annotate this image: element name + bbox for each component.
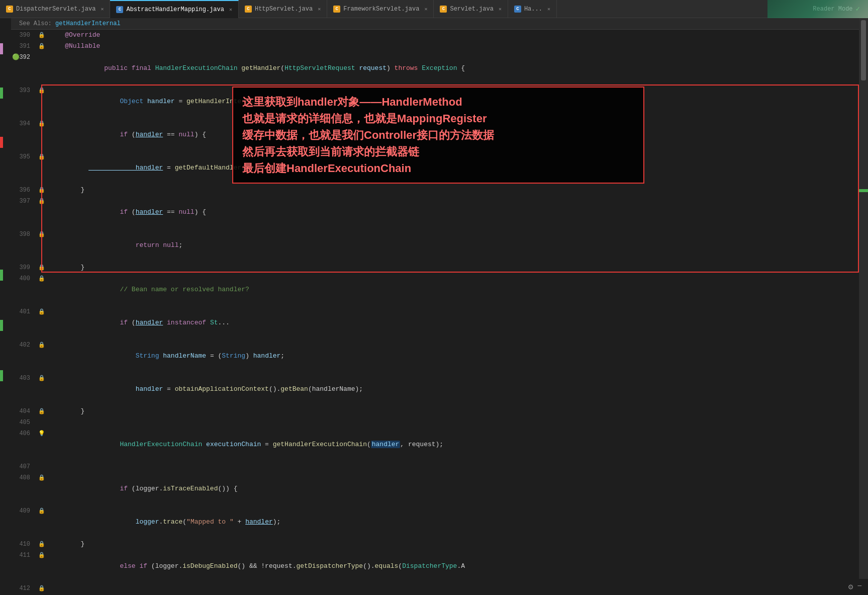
lock-icon-394: 🔒: [36, 118, 47, 129]
table-row: 412 🔒 logger.debug("Mapped to " + execut…: [11, 583, 868, 595]
lock-icon-411: 🔒: [36, 550, 47, 561]
tab-label-3: HttpServlet.java: [255, 6, 313, 13]
line-code-390: @Override: [47, 30, 868, 41]
table-row: 391 🔒 @Nullable: [11, 41, 868, 52]
table-row: 407: [11, 461, 868, 472]
line-number-393: 393: [11, 85, 36, 96]
left-marker-u: [0, 43, 3, 54]
bulb-icon-406: 💡: [36, 428, 47, 439]
lock-icon-390: 🔒: [36, 30, 47, 41]
line-code-403: handler = obtainApplicationContext().get…: [47, 373, 868, 406]
tab-close-5[interactable]: ✕: [499, 6, 502, 12]
line-code-395: handler = getDefaultHandler();: [47, 151, 868, 185]
code-area: See Also: getHandlerInternal 这里获取到handle…: [11, 18, 868, 595]
lock-icon-398: 🔒: [36, 229, 47, 240]
tab-close-4[interactable]: ✕: [424, 6, 427, 12]
lock-icon-395: 🔒: [36, 151, 47, 162]
line-number-402: 402: [11, 339, 36, 351]
lock-icon-400: 🔒: [36, 273, 47, 284]
lock-icon-396: 🔒: [36, 185, 47, 196]
table-row: 410 🔒 }: [11, 539, 868, 550]
line-number-406: 406: [11, 428, 36, 439]
left-marker-qu: [0, 320, 3, 331]
table-row: 🟢 392 public final HandlerExecutionChain…: [11, 52, 868, 85]
line-number-408: 408: [11, 472, 36, 483]
tab-icon-1: C: [6, 6, 13, 13]
tab-bar: C DispatcherServlet.java ✕ C AbstractHan…: [0, 0, 868, 18]
line-code-411: else if (logger.isDebugEnabled() && !req…: [47, 550, 868, 583]
line-code-393: Object handler = getHandlerInternal(requ…: [47, 85, 868, 118]
line-number-410: 410: [11, 539, 36, 550]
line-code-401: if (handler instanceof St...: [47, 306, 868, 339]
lock-icon-401: 🔒: [36, 306, 47, 317]
code-lines: 390 🔒 @Override 391 🔒 @Nullable 🟢 392: [11, 30, 868, 595]
line-number-399: 399: [11, 262, 36, 273]
table-row: 402 🔒 String handlerName = (String) hand…: [11, 339, 868, 373]
tab-label-4: FrameworkServlet.java: [343, 6, 419, 13]
line-number-404: 404: [11, 406, 36, 417]
tab-http-servlet[interactable]: C HttpServlet.java ✕: [239, 0, 327, 18]
table-row: 409 🔒 logger.trace("Mapped to " + handle…: [11, 505, 868, 539]
tab-label-6: Ha...: [524, 6, 542, 13]
line-code-392: public final HandlerExecutionChain getHa…: [47, 52, 868, 85]
table-row: 398 🔒 return null;: [11, 229, 868, 262]
table-row: 390 🔒 @Override: [11, 30, 868, 41]
settings-gear-icon[interactable]: ⚙: [848, 582, 853, 592]
table-row: 404 🔒 }: [11, 406, 868, 417]
tab-ha[interactable]: C Ha... ✕: [508, 0, 557, 18]
line-number-412: 412: [11, 583, 36, 594]
lock-icon-399: 🔒: [36, 262, 47, 273]
lock-icon-391: 🔒: [36, 41, 47, 52]
line-code-394: if (handler == null) {: [47, 118, 868, 151]
lock-icon-403: 🔒: [36, 373, 47, 384]
line-code-404: }: [47, 406, 868, 417]
settings-minus-icon[interactable]: −: [857, 582, 862, 592]
tab-label-1: DispatcherServlet.java: [16, 6, 95, 13]
line-code-410: }: [47, 539, 868, 550]
left-marker-ta: [0, 270, 3, 281]
lock-icon-408: 🔒: [36, 472, 47, 483]
line-number-405: 405: [11, 417, 36, 428]
tab-servlet[interactable]: C Servlet.java ✕: [434, 0, 508, 18]
line-number-400: 400: [11, 273, 36, 284]
lock-icon-409: 🔒: [36, 505, 47, 517]
tab-label-5: Servlet.java: [450, 6, 493, 13]
line-code-396: }: [47, 185, 868, 196]
tab-close-6[interactable]: ✕: [547, 6, 550, 12]
see-also-link[interactable]: getHandlerInternal: [55, 20, 121, 27]
line-number-407: 407: [11, 461, 36, 472]
lock-icon-410: 🔒: [36, 539, 47, 550]
scroll-green-marker: [859, 189, 868, 192]
tab-close-2[interactable]: ✕: [229, 7, 232, 13]
line-code-398: return null;: [47, 229, 868, 262]
table-row: 395 🔒 handler = getDefaultHandler();: [11, 151, 868, 185]
line-code-399: }: [47, 262, 868, 273]
left-marker-ut: [0, 370, 3, 381]
table-row: 405: [11, 417, 868, 428]
line-code-397: if (handler == null) {: [47, 196, 868, 229]
line-code-391: @Nullable: [47, 41, 868, 52]
lock-icon-402: 🔒: [36, 339, 47, 351]
line-number-394: 394: [11, 118, 36, 129]
line-code-400: // Bean name or resolved handler?: [47, 273, 868, 306]
scroll-thumb: [861, 20, 866, 80]
tab-abstract-handler-mapping[interactable]: C AbstractHandlerMapping.java ✕: [110, 0, 238, 18]
left-sidebar: [0, 18, 11, 595]
table-row: 394 🔒 if (handler == null) {: [11, 118, 868, 151]
table-row: 401 🔒 if (handler instanceof St...: [11, 306, 868, 339]
tab-close-3[interactable]: ✕: [318, 6, 321, 12]
line-code-408: if (logger.isTraceEnabled()) {: [47, 472, 868, 505]
table-row: 406 💡 HandlerExecutionChain executionCha…: [11, 428, 868, 461]
table-row: 397 🔒 if (handler == null) {: [11, 196, 868, 229]
table-row: 408 🔒 if (logger.isTraceEnabled()) {: [11, 472, 868, 505]
scrollbar[interactable]: [859, 18, 868, 595]
tab-dispatcher-servlet[interactable]: C DispatcherServlet.java ✕: [0, 0, 110, 18]
tab-icon-2: C: [116, 6, 123, 13]
bottom-bar: ⚙ −: [842, 579, 868, 595]
tab-framework-servlet[interactable]: C FrameworkServlet.java ✕: [327, 0, 434, 18]
table-row: 411 🔒 else if (logger.isDebugEnabled() &…: [11, 550, 868, 583]
tab-close-1[interactable]: ✕: [101, 6, 104, 12]
table-row: 400 🔒 // Bean name or resolved handler?: [11, 273, 868, 306]
line-number-395: 395: [11, 151, 36, 162]
line-code-406: HandlerExecutionChain executionChain = g…: [47, 428, 868, 461]
